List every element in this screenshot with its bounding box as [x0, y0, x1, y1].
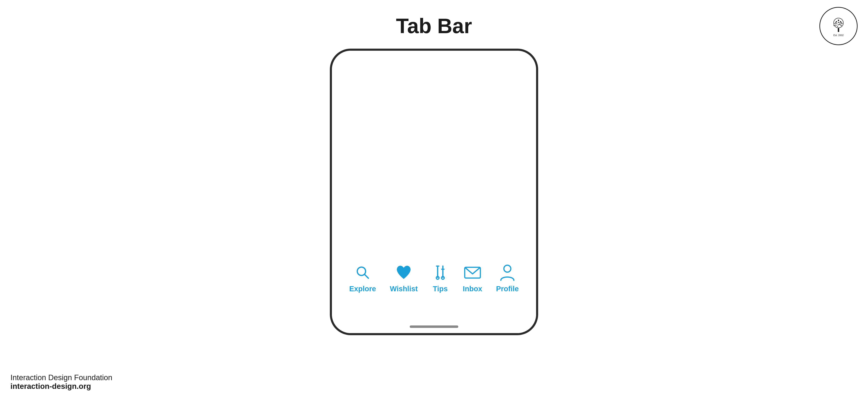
idf-tree-icon	[830, 17, 847, 32]
svg-point-3	[836, 21, 837, 22]
svg-line-20	[365, 274, 368, 278]
svg-point-17	[835, 22, 836, 23]
phone-inner: Explore Wishlist	[332, 51, 536, 333]
home-indicator	[410, 326, 458, 328]
svg-point-9	[839, 24, 840, 25]
person-icon	[499, 264, 516, 281]
tab-inbox-label: Inbox	[463, 285, 482, 293]
envelope-icon	[464, 264, 481, 281]
tab-tips-label: Tips	[433, 285, 448, 293]
tab-profile[interactable]: Profile	[496, 264, 519, 293]
idf-est-label: Est. 2002	[833, 34, 843, 37]
svg-point-14	[836, 23, 837, 24]
svg-point-6	[838, 22, 839, 23]
svg-point-28	[504, 265, 511, 272]
tab-wishlist-label: Wishlist	[390, 285, 418, 293]
tab-profile-label: Profile	[496, 285, 519, 293]
footer-organization: Interaction Design Foundation	[10, 373, 112, 382]
svg-point-13	[840, 24, 841, 25]
svg-point-15	[840, 23, 840, 24]
svg-point-4	[840, 21, 841, 22]
svg-rect-0	[838, 28, 839, 32]
page-title: Tab Bar	[396, 14, 472, 38]
svg-point-18	[841, 22, 842, 23]
svg-point-2	[838, 20, 839, 21]
tools-icon	[432, 264, 449, 281]
tab-tips[interactable]: Tips	[432, 264, 449, 293]
svg-point-7	[841, 23, 842, 24]
phone-frame: Explore Wishlist	[330, 49, 538, 335]
svg-point-12	[837, 26, 838, 27]
tab-explore[interactable]: Explore	[349, 264, 376, 293]
svg-point-16	[838, 25, 839, 25]
footer-website: interaction-design.org	[10, 382, 112, 391]
svg-point-11	[834, 25, 835, 26]
search-icon	[354, 264, 371, 281]
svg-point-10	[841, 25, 842, 26]
tab-explore-label: Explore	[349, 285, 376, 293]
svg-point-8	[835, 25, 836, 26]
heart-icon	[395, 264, 412, 281]
svg-point-5	[835, 23, 836, 24]
footer: Interaction Design Foundation interactio…	[10, 373, 112, 391]
tab-bar: Explore Wishlist	[332, 238, 536, 333]
idf-logo: Est. 2002	[819, 7, 858, 45]
tab-inbox[interactable]: Inbox	[463, 264, 482, 293]
tab-wishlist[interactable]: Wishlist	[390, 264, 418, 293]
